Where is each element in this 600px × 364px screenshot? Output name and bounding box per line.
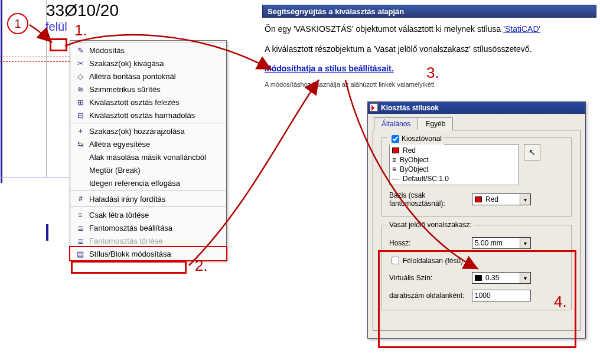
dialog-titlebar: Kiosztás stílusok bbox=[368, 102, 585, 114]
step-num-1dot: 1. bbox=[74, 21, 87, 40]
cut-icon: ✂ bbox=[74, 59, 87, 68]
style-icon: ▤ bbox=[74, 250, 87, 258]
menu-item-label: Fantomosztás beállítása bbox=[89, 224, 172, 232]
default-icon: — bbox=[392, 175, 399, 183]
combo-length[interactable]: 5.00 mm ▾ bbox=[472, 237, 531, 249]
merge-icon: ⇆ bbox=[74, 140, 87, 149]
group-marker: Vasat jelölő vonalszakasz: Hossz: 5.00 m… bbox=[381, 225, 572, 310]
menu-szim-sirites[interactable]: ≋Szimmetrikus sűrítés bbox=[70, 83, 226, 96]
list-value: Red bbox=[403, 146, 416, 155]
phantom-set-icon: ≣ bbox=[74, 224, 87, 232]
chk-feloldalasan[interactable] bbox=[392, 257, 399, 264]
combo-value: 0.35 bbox=[485, 274, 499, 282]
styles-dialog: Kiosztás stílusok Általános Egyéb Kioszt… bbox=[367, 101, 586, 339]
chk-kiosztovonal[interactable] bbox=[392, 135, 399, 143]
tab-egyeb[interactable]: Egyéb bbox=[418, 117, 453, 130]
basis-label: Bázis (csak fantomosztásnál): bbox=[389, 191, 472, 208]
field-length: Hossz: 5.00 mm ▾ bbox=[389, 237, 564, 249]
menu-alletra-egyesites[interactable]: ⇆Allétra egyesítése bbox=[70, 137, 226, 150]
help-line1: Ön egy 'VASKIOSZTÁS' objektumot választo… bbox=[265, 22, 594, 35]
menu-item-label: Kiválasztott osztás harmadolás bbox=[89, 111, 195, 120]
menu-szakasz-kivagasa[interactable]: ✂Szakasz(ok) kivágása bbox=[70, 57, 226, 70]
group-label-marker: Vasat jelölő vonalszakasz: bbox=[387, 221, 474, 229]
menu-felezes[interactable]: ⊞Kiválasztott osztás felezés bbox=[70, 96, 226, 109]
menu-csak-letra-torlese[interactable]: ≡Csak létra törlése bbox=[70, 208, 226, 221]
menu-item-label: Szakasz(ok) hozzárajzolása bbox=[89, 127, 185, 136]
rebar-label: 33Ø10/20 bbox=[46, 1, 119, 20]
help-line2: A kiválasztott részobjektum a 'Vasat jel… bbox=[265, 42, 594, 55]
chevron-down-icon: ▾ bbox=[520, 238, 530, 248]
drawing-dashed bbox=[0, 57, 70, 57]
menu-item-label: Fantomosztás törlése bbox=[89, 237, 162, 245]
delete-ladder-icon: ≡ bbox=[74, 211, 87, 219]
byobject-icon: ≡ bbox=[392, 156, 396, 164]
list-value: ByObject bbox=[400, 165, 429, 173]
chevron-down-icon: ▾ bbox=[520, 273, 530, 283]
help-link-modify[interactable]: Módosíthatja a stílus beállításait. bbox=[265, 64, 394, 73]
third-icon: ⊟ bbox=[74, 111, 87, 120]
swatch-red bbox=[392, 147, 399, 153]
pick-button[interactable]: ↖ bbox=[524, 144, 540, 160]
menu-item-label: Módosítás bbox=[89, 46, 125, 55]
combo-basis[interactable]: Red ▾ bbox=[472, 194, 531, 205]
menu-megtor[interactable]: Megtör (Break) bbox=[70, 163, 226, 176]
pencil-icon: ✎ bbox=[74, 46, 87, 55]
help-line1-text: Ön egy 'VASKIOSZTÁS' objektumot választo… bbox=[265, 24, 503, 34]
menu-item-label: Szimmetrikus sűrítés bbox=[89, 85, 161, 94]
menu-item-label: Alak másolása másik vonalláncból bbox=[89, 153, 206, 162]
menu-haladasi-irany[interactable]: ＃Haladási irány fordítás bbox=[70, 192, 226, 205]
menu-separator bbox=[70, 123, 226, 123]
tab-altalanos[interactable]: Általános bbox=[374, 117, 418, 130]
list-row[interactable]: Red bbox=[392, 146, 516, 155]
input-count[interactable] bbox=[472, 290, 531, 301]
step-num-3: 3. bbox=[426, 64, 439, 82]
drawing-bluebar bbox=[46, 224, 48, 241]
menu-item-label: Kiválasztott osztás felezés bbox=[89, 98, 179, 107]
help-header-text: Segítségnyújtás a kiválasztás alapján bbox=[268, 7, 404, 16]
combo-value: Red bbox=[485, 195, 498, 204]
list-value: Default/SC:1.0 bbox=[403, 175, 449, 183]
red-frame-step1-target bbox=[50, 38, 67, 51]
group-label-kiosztovonal: Kiosztóvonal bbox=[387, 133, 444, 145]
list-row[interactable]: ≡ByObject bbox=[392, 155, 516, 165]
menu-item-label: Csak létra törlése bbox=[89, 211, 149, 219]
step-circle-1: 1 bbox=[7, 13, 28, 34]
drawing-dashed2 bbox=[0, 61, 70, 62]
vcolor-label: Virtuális Szín: bbox=[389, 274, 472, 282]
cursor-icon: ↖ bbox=[529, 147, 536, 157]
menu-modositas[interactable]: ✎Módosítás bbox=[70, 44, 226, 57]
menu-separator bbox=[70, 191, 226, 191]
phantom-del-icon: ≣ bbox=[74, 237, 87, 245]
menu-alletra-bontasa[interactable]: ◇Allétra bontása pontoknál bbox=[70, 70, 226, 83]
menu-item-label: Szakasz(ok) kivágása bbox=[89, 59, 164, 68]
byobject-icon: ≡ bbox=[392, 165, 396, 173]
menu-idegen-ref[interactable]: Idegen referencia elfogása bbox=[70, 176, 226, 189]
menu-fantom-beallit[interactable]: ≣Fantomosztás beállítása bbox=[70, 221, 226, 234]
combo-vcolor[interactable]: 0.35 ▾ bbox=[472, 272, 531, 284]
menu-harmadolas[interactable]: ⊟Kiválasztott osztás harmadolás bbox=[70, 109, 226, 122]
swatch-black bbox=[475, 275, 482, 281]
combo-value: 5.00 mm bbox=[475, 239, 503, 247]
menu-item-label: Allétra egyesítése bbox=[89, 140, 150, 149]
list-row[interactable]: ≡ByObject bbox=[392, 165, 516, 174]
menu-hozzajrajzolasa[interactable]: ＋Szakasz(ok) hozzárajzolása bbox=[70, 124, 226, 137]
chevron-down-icon: ▾ bbox=[520, 194, 530, 205]
group-kiosztovonal: Kiosztóvonal Red ≡ByObject ≡ByObject —De… bbox=[381, 137, 572, 217]
group-label-text: Kiosztóvonal bbox=[402, 135, 442, 143]
reverse-icon: ＃ bbox=[74, 194, 87, 204]
context-menu: ✎Módosítás ✂Szakasz(ok) kivágása ◇Allétr… bbox=[70, 40, 227, 261]
count-label: darabszám oldalanként: bbox=[389, 291, 472, 300]
menu-item-label: Idegen referencia elfogása bbox=[89, 179, 180, 188]
list-row[interactable]: —Default/SC:1.0 bbox=[392, 174, 516, 183]
menu-alak-masolasa[interactable]: Alak másolása másik vonalláncból bbox=[70, 150, 226, 163]
line-properties-list[interactable]: Red ≡ByObject ≡ByObject —Default/SC:1.0 bbox=[389, 144, 519, 185]
length-label: Hossz: bbox=[389, 239, 472, 247]
step-number: 1 bbox=[14, 17, 21, 31]
red-frame-menuitem bbox=[71, 261, 187, 274]
help-link-staticad[interactable]: 'StatiCAD' bbox=[503, 24, 540, 34]
swatch-red bbox=[475, 196, 482, 202]
half-label: Féloldalasan (fésű) bbox=[403, 257, 463, 265]
menu-item-label: Haladási irány fordítás bbox=[89, 195, 165, 204]
densify-icon: ≋ bbox=[74, 85, 87, 94]
halve-icon: ⊞ bbox=[74, 98, 87, 107]
